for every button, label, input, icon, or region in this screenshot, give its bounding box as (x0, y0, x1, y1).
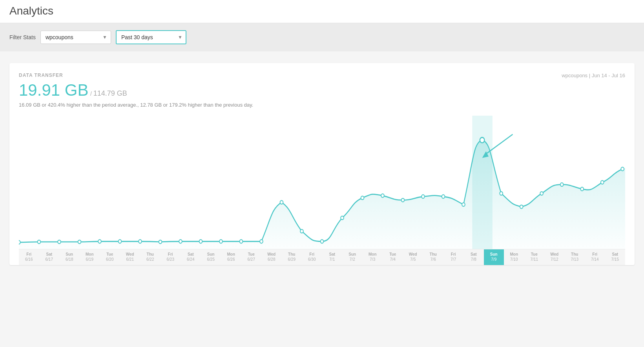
data-point (98, 240, 101, 243)
x-axis-label: Tue6/27 (241, 249, 262, 265)
x-axis-label: Thu7/13 (565, 249, 585, 265)
area-fill (19, 140, 625, 249)
data-point (560, 183, 564, 186)
x-axis-label: Mon7/10 (504, 249, 524, 265)
data-point-peak (480, 138, 485, 143)
data-point (38, 240, 41, 243)
x-axis-label: Sat6/17 (39, 249, 60, 265)
x-axis-label: Mon7/3 (363, 249, 383, 265)
data-point (139, 240, 142, 243)
x-axis-label: Tue6/20 (100, 249, 120, 265)
site-select[interactable]: wpcoupons site2 site3 (40, 31, 111, 44)
data-value-main: 19.91 GB (19, 81, 88, 99)
data-point (280, 200, 283, 204)
x-axis-label: Thu7/6 (423, 249, 443, 265)
x-axis-label: Fri6/30 (302, 249, 322, 265)
x-axis-label: Wed7/12 (544, 249, 565, 265)
data-point (361, 196, 364, 200)
data-point (540, 192, 543, 195)
data-value-row: 19.91 GB / 114.79 GB (19, 81, 625, 100)
x-axis-label: Tue7/11 (524, 249, 545, 265)
data-point (401, 198, 405, 202)
chart-card: DATA TRANSFER wpcoupons | Jun 14 - Jul 1… (9, 63, 635, 265)
x-axis-label: Thu6/29 (282, 249, 302, 265)
chart-subtitle: wpcoupons | Jun 14 - Jul 16 (562, 73, 625, 78)
x-axis-label: Sun7/9 (484, 249, 504, 265)
chart-svg (19, 116, 625, 249)
data-comparison-text: 16.09 GB or 420.4% higher than the perio… (19, 102, 625, 108)
data-point (119, 240, 122, 243)
data-point (442, 195, 445, 198)
period-select[interactable]: Past 30 days Past 7 days Past 90 days Th… (116, 30, 186, 44)
x-axis-label: Wed6/28 (261, 249, 282, 265)
x-axis-label: Fri7/7 (443, 249, 464, 265)
data-point (240, 240, 243, 243)
data-point (58, 240, 61, 243)
page-header: Analytics (0, 0, 644, 23)
data-point (300, 229, 303, 233)
chart-area (19, 116, 625, 249)
data-point (580, 187, 584, 191)
x-axis-label: Sat7/1 (322, 249, 343, 265)
data-point (260, 240, 263, 243)
x-axis-label: Sat7/15 (605, 249, 626, 265)
site-select-wrapper: wpcoupons site2 site3 ▼ (40, 31, 111, 44)
x-axis-label: Sat7/8 (463, 249, 484, 265)
x-axis-label: Tue7/4 (383, 249, 403, 265)
chart-section-title: DATA TRANSFER (19, 73, 63, 78)
x-axis-label: Wed7/5 (403, 249, 423, 265)
data-point (199, 240, 203, 243)
x-axis-label: Fri6/16 (19, 249, 39, 265)
data-point (219, 240, 223, 243)
x-axis-label: Sun7/2 (342, 249, 363, 265)
x-axis-label: Fri7/14 (585, 249, 605, 265)
data-point (462, 203, 465, 206)
data-point (78, 240, 81, 243)
data-value-separator: / (90, 91, 93, 97)
x-axis-label: Sun6/25 (201, 249, 221, 265)
x-axis-label: Mon6/26 (221, 249, 241, 265)
x-axis-labels: Fri6/16Sat6/17Sun6/18Mon6/19Tue6/20Wed6/… (19, 249, 625, 265)
data-point (321, 240, 324, 243)
period-select-wrapper: Past 30 days Past 7 days Past 90 days Th… (116, 30, 186, 44)
data-point (159, 240, 162, 243)
data-point (341, 216, 344, 220)
x-axis-label: Fri6/23 (161, 249, 181, 265)
data-point (19, 240, 20, 244)
x-axis-label: Sun6/18 (59, 249, 80, 265)
filter-stats-label: Filter Stats (9, 34, 36, 40)
data-point (601, 180, 604, 184)
data-point (520, 205, 523, 209)
data-point (179, 240, 182, 243)
data-value-total: 114.79 GB (93, 89, 127, 97)
x-axis-label: Mon6/19 (80, 249, 100, 265)
x-axis-label: Sat6/24 (181, 249, 201, 265)
data-point (381, 194, 384, 197)
x-axis-label: Wed6/21 (120, 249, 140, 265)
x-axis-label: Thu6/22 (140, 249, 161, 265)
chart-card-header: DATA TRANSFER wpcoupons | Jun 14 - Jul 1… (19, 73, 625, 78)
page-title: Analytics (9, 5, 635, 17)
data-point (500, 192, 503, 195)
main-content: DATA TRANSFER wpcoupons | Jun 14 - Jul 1… (0, 51, 644, 277)
data-point (621, 167, 624, 171)
filter-bar: Filter Stats wpcoupons site2 site3 ▼ Pas… (0, 23, 644, 51)
data-point (421, 195, 425, 198)
